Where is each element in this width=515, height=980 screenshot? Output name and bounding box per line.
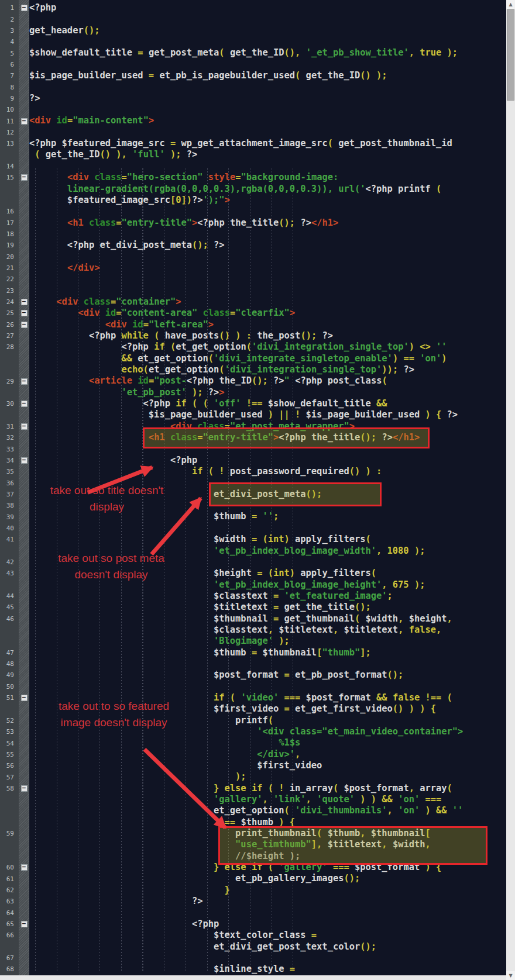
code-token: <div bbox=[56, 296, 83, 307]
scroll-down-button[interactable]: ▼ bbox=[506, 971, 515, 980]
code-line[interactable]: } else if ( 'gallery' === $post_format )… bbox=[29, 862, 515, 873]
code-token: ) { bbox=[425, 409, 441, 420]
code-token: have_posts bbox=[159, 330, 219, 341]
code-line[interactable]: <h1 class="entry-title"><?php the_title(… bbox=[29, 432, 515, 443]
fold-collapse-icon[interactable]: − bbox=[21, 378, 28, 385]
code-line[interactable]: ?> bbox=[29, 93, 515, 104]
fold-collapse-icon[interactable]: − bbox=[21, 118, 28, 125]
fold-collapse-icon[interactable]: − bbox=[21, 864, 28, 871]
code-token: ?> bbox=[376, 432, 393, 443]
code-line[interactable]: } bbox=[29, 885, 515, 896]
code-line[interactable]: <?php bbox=[29, 2, 515, 13]
fold-collapse-icon[interactable]: − bbox=[21, 322, 28, 328]
scrollbar-thumb[interactable] bbox=[507, 9, 514, 101]
code-line[interactable]: $classtext, $titletext, $titletext, fals… bbox=[29, 624, 515, 636]
code-line[interactable]: <div id="main-content"> bbox=[29, 115, 515, 126]
line-number: 56 bbox=[0, 762, 19, 769]
code-token bbox=[29, 218, 67, 228]
code-line[interactable]: $classtext = 'et_featured_image'; bbox=[29, 591, 515, 602]
code-token: $thumb bbox=[235, 817, 279, 827]
code-line[interactable]: $is_page_builder_used ) || ! $is_page_bu… bbox=[29, 409, 515, 420]
code-line[interactable]: !== $thumb ) { bbox=[29, 817, 515, 828]
code-row: 25− <div id="content-area" class="clearf… bbox=[0, 308, 515, 319]
code-line[interactable]: et_get_option( 'divi_thumbnails', 'on' )… bbox=[29, 805, 515, 816]
code-line[interactable]: ?> bbox=[29, 896, 515, 907]
fold-collapse-icon[interactable]: − bbox=[21, 785, 28, 792]
code-line[interactable]: $text_color_class = bbox=[29, 930, 515, 941]
code-token: <article bbox=[89, 375, 138, 386]
fold-collapse-icon[interactable]: − bbox=[21, 401, 28, 407]
line-number: 7 bbox=[0, 73, 19, 79]
code-row: 32 <h1 class="entry-title"><?php the_tit… bbox=[0, 432, 515, 443]
code-line[interactable]: et_divi_get_post_text_color(); bbox=[29, 941, 515, 953]
horizontal-scrollbar[interactable] bbox=[0, 975, 506, 980]
code-line[interactable]: ); bbox=[29, 771, 515, 782]
code-line[interactable]: print_thumbnail( $thumb, $thumbnail[ bbox=[29, 828, 515, 839]
fold-collapse-icon[interactable]: − bbox=[21, 174, 28, 181]
code-line[interactable]: $is_page_builder_used = et_pb_is_pagebui… bbox=[29, 70, 515, 81]
code-line[interactable]: 'et_pb_post' ); ?>> bbox=[29, 387, 515, 398]
code-line[interactable]: $post_format = et_pb_post_format(); bbox=[29, 670, 515, 681]
code-line[interactable]: <?php bbox=[29, 455, 515, 466]
line-number: 26 bbox=[0, 322, 19, 328]
code-line[interactable]: echo(et_get_option('divi_integration_sin… bbox=[29, 364, 515, 375]
code-line[interactable]: <div class="container"> bbox=[29, 296, 515, 308]
code-token: 'Blogimage' bbox=[29, 636, 273, 646]
code-line[interactable]: <div id="left-area"> bbox=[29, 319, 515, 330]
code-line[interactable]: "use_timthumb"], $titletext, $width, bbox=[29, 839, 515, 850]
fold-collapse-icon[interactable]: − bbox=[21, 310, 28, 316]
code-line[interactable]: linear-gradient(rgba(0,0,0,0.3),rgba(0,0… bbox=[29, 184, 515, 195]
code-token: , 1080 ); bbox=[376, 546, 425, 556]
line-number: 57 bbox=[0, 774, 19, 781]
code-line[interactable]: <?php while ( have_posts() ) : the_post(… bbox=[29, 330, 515, 341]
scroll-up-button[interactable]: ▲ bbox=[506, 0, 515, 9]
code-token bbox=[29, 817, 219, 827]
code-line[interactable]: ( get_the_ID() ), 'full' ); ?> bbox=[29, 149, 515, 160]
code-line[interactable]: $featured_image_src[0])?>');"> bbox=[29, 195, 515, 206]
code-line[interactable]: 'Blogimage' ); bbox=[29, 636, 515, 647]
code-line[interactable]: && et_get_option('divi_integrate_singlet… bbox=[29, 353, 515, 364]
code-line[interactable]: <article id="post-<?php the_ID(); ?>" <?… bbox=[29, 375, 515, 387]
code-line[interactable]: <?php et_divi_post_meta(); ?> bbox=[29, 240, 515, 251]
code-line[interactable]: } else if ( ! in_array( $post_format, ar… bbox=[29, 783, 515, 794]
code-row: echo(et_get_option('divi_integration_sin… bbox=[0, 364, 515, 375]
code-line[interactable]: //$height ); bbox=[29, 851, 515, 862]
code-line[interactable]: 'gallery', 'link', 'quote' ) ) && 'on' =… bbox=[29, 794, 515, 805]
code-line[interactable]: <div class="hero-section" style="backgro… bbox=[29, 172, 515, 183]
fold-collapse-icon[interactable]: − bbox=[21, 5, 28, 11]
fold-collapse-icon[interactable]: − bbox=[21, 921, 28, 927]
line-number: 63 bbox=[0, 898, 19, 905]
code-line[interactable]: $show_default_title = get_post_meta( get… bbox=[29, 47, 515, 58]
code-line[interactable]: $first_video bbox=[29, 760, 515, 771]
code-token: 'full' bbox=[127, 149, 165, 160]
code-line[interactable]: $inline_style = bbox=[29, 964, 515, 975]
code-line[interactable]: <div class="et_post_meta_wrapper"> bbox=[29, 421, 515, 432]
code-line[interactable]: if ( ! post_password_required() ) : bbox=[29, 466, 515, 477]
line-number: 23 bbox=[0, 288, 19, 294]
fold-collapse-icon[interactable]: − bbox=[21, 423, 28, 430]
code-line[interactable]: et_pb_gallery_images(); bbox=[29, 873, 515, 884]
code-token: (); bbox=[252, 375, 268, 386]
code-line[interactable]: get_header(); bbox=[29, 25, 515, 36]
code-line[interactable]: <?php $featured_image_src = wp_get_attac… bbox=[29, 138, 515, 149]
code-line[interactable]: </div> bbox=[29, 263, 515, 274]
fold-collapse-icon[interactable]: − bbox=[21, 299, 28, 305]
code-token: "et_post_meta_wrapper" bbox=[230, 421, 349, 432]
code-line[interactable]: $thumbnail = get_thumbnail( $width, $hei… bbox=[29, 613, 515, 624]
code-line[interactable]: </div>', bbox=[29, 749, 515, 760]
code-token: while bbox=[122, 330, 149, 341]
code-line[interactable]: <div id="content-area" class="clearfix"> bbox=[29, 308, 515, 319]
code-line[interactable]: $thumb = $thumbnail["thumb"]; bbox=[29, 647, 515, 658]
line-number: 24 bbox=[0, 299, 19, 305]
code-line[interactable]: <?php if ( ( 'off' !== $show_default_tit… bbox=[29, 398, 515, 409]
code-row: 16 bbox=[0, 206, 515, 217]
code-line[interactable]: $width = (int) apply_filters( bbox=[29, 534, 515, 545]
code-line[interactable]: <?php bbox=[29, 919, 515, 930]
fold-collapse-icon[interactable]: − bbox=[21, 695, 28, 701]
fold-collapse-icon[interactable]: − bbox=[21, 457, 28, 464]
vertical-scrollbar[interactable]: ▲ ▼ bbox=[506, 0, 515, 980]
code-line[interactable]: <?php if (et_get_option('divi_integratio… bbox=[29, 341, 515, 353]
code-line[interactable]: $titletext = get_the_title(); bbox=[29, 602, 515, 613]
code-line[interactable]: %1$s bbox=[29, 737, 515, 748]
code-line[interactable]: <h1 class="entry-title"><?php the_title(… bbox=[29, 218, 515, 229]
